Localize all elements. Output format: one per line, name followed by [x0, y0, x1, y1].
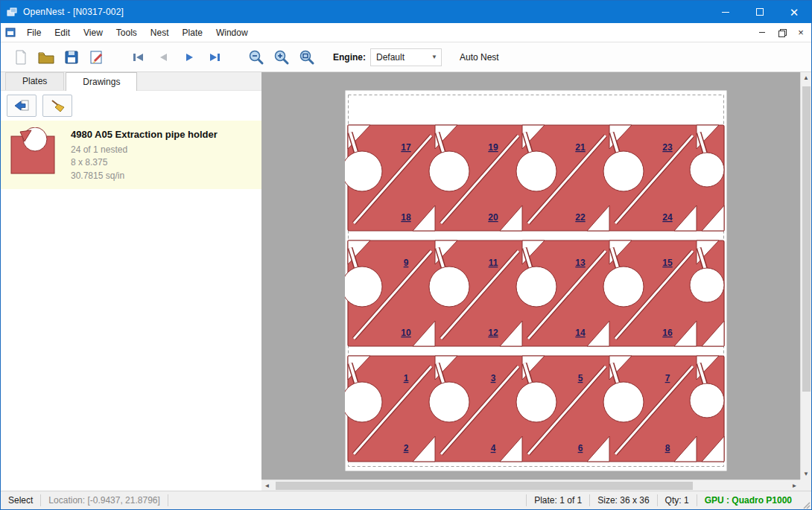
zoom-out-button[interactable]: [244, 45, 269, 69]
part-number-label[interactable]: 8: [665, 443, 670, 453]
nest-row: 1718192021222324: [345, 125, 724, 231]
menu-bar: File Edit View Tools Nest Plate Window ×: [1, 23, 811, 42]
minimize-button[interactable]: [708, 1, 743, 23]
maximize-button[interactable]: [743, 1, 777, 23]
previous-plate-button[interactable]: [151, 45, 177, 69]
nest-canvas[interactable]: 171819202122232491011121314151612345678 …: [261, 72, 811, 491]
part-number-label[interactable]: 17: [401, 142, 411, 153]
save-button[interactable]: [59, 45, 84, 69]
blue-arrow-left-icon: [13, 99, 30, 112]
part-number-label[interactable]: 1: [404, 373, 409, 383]
tab-drawings[interactable]: Drawings: [66, 72, 137, 91]
part-number-label[interactable]: 9: [404, 258, 409, 268]
menu-view[interactable]: View: [77, 23, 110, 42]
pipe-hole: [516, 151, 556, 191]
status-gpu: GPU : Quadro P1000: [697, 491, 799, 509]
maximize-icon: [756, 8, 764, 16]
vertical-scroll-thumb[interactable]: [802, 86, 811, 392]
zoom-in-button[interactable]: [269, 45, 294, 69]
scroll-left-icon[interactable]: ◄: [261, 480, 273, 491]
close-icon: ✕: [790, 7, 799, 18]
part-number-label[interactable]: 22: [575, 212, 586, 223]
last-plate-button[interactable]: [202, 45, 227, 69]
replace-drawing-button[interactable]: [7, 95, 37, 117]
drawing-list-item[interactable]: 4980 A05 Extraction pipe holder 24 of 1 …: [1, 121, 261, 189]
menu-nest[interactable]: Nest: [144, 23, 176, 42]
vertical-scrollbar[interactable]: ▲ ▼: [800, 72, 811, 479]
menu-file[interactable]: File: [20, 23, 48, 42]
plate-canvas[interactable]: 171819202122232491011121314151612345678: [345, 90, 727, 471]
menu-plate[interactable]: Plate: [176, 23, 209, 42]
chevron-down-icon: ▼: [431, 54, 441, 60]
part-number-label[interactable]: 4: [491, 443, 496, 453]
pipe-hole: [429, 267, 469, 307]
part-number-label[interactable]: 24: [662, 212, 673, 223]
pipe-hole: [603, 151, 644, 191]
menu-tools[interactable]: Tools: [110, 23, 144, 42]
minimize-icon: [722, 12, 729, 13]
part-number-label[interactable]: 10: [401, 328, 411, 338]
nest-row: 910111213141516: [345, 240, 724, 346]
status-plate: Plate: 1 of 1: [527, 491, 589, 509]
open-button[interactable]: [34, 45, 59, 69]
part-number-label[interactable]: 20: [488, 212, 498, 223]
horizontal-scrollbar[interactable]: ◄ ►: [261, 479, 800, 491]
part-number-label[interactable]: 19: [488, 142, 498, 153]
part-number-label[interactable]: 21: [575, 142, 586, 153]
mdi-restore-button[interactable]: [773, 25, 790, 40]
part-number-label[interactable]: 6: [578, 443, 583, 453]
scroll-down-icon[interactable]: ▼: [801, 468, 812, 479]
zoom-fit-icon: [299, 49, 315, 66]
clean-drawings-button[interactable]: [42, 95, 72, 117]
main-area: Plates Drawings 4980 A05 Extraction: [1, 72, 811, 491]
broom-icon: [49, 98, 66, 113]
part-number-label[interactable]: 16: [662, 328, 673, 338]
pipe-hole: [690, 153, 724, 187]
scroll-up-icon[interactable]: ▲: [801, 72, 812, 83]
nav-next-icon: [182, 52, 197, 63]
auto-nest-button[interactable]: Auto Nest: [454, 48, 505, 66]
mdi-close-icon: ×: [798, 28, 804, 37]
pipe-hole: [345, 267, 382, 307]
scroll-right-icon[interactable]: ►: [789, 480, 800, 491]
mdi-minimize-button[interactable]: [753, 25, 771, 40]
part-number-label[interactable]: 23: [662, 142, 673, 153]
zoom-fit-button[interactable]: [294, 45, 320, 69]
part-number-label[interactable]: 12: [488, 328, 498, 338]
menu-edit[interactable]: Edit: [48, 23, 77, 42]
nest-row: 12345678: [345, 356, 724, 462]
tab-plates[interactable]: Plates: [5, 72, 64, 90]
drawing-nested-count: 24 of 1 nested: [71, 144, 218, 156]
menu-window[interactable]: Window: [209, 23, 255, 42]
save-edit-button[interactable]: [84, 45, 110, 69]
part-number-label[interactable]: 5: [578, 373, 583, 383]
part-number-label[interactable]: 14: [575, 328, 586, 338]
sidebar-tab-strip: Plates Drawings: [1, 72, 261, 91]
pipe-hole: [690, 268, 724, 302]
part-number-label[interactable]: 13: [575, 258, 586, 268]
status-bar: Select Location: [-0.9437, 21.8796] Plat…: [1, 491, 811, 509]
part-number-label[interactable]: 15: [662, 258, 673, 268]
status-location: Location: [-0.9437, 21.8796]: [41, 491, 167, 509]
new-button[interactable]: [8, 45, 34, 69]
save-floppy-icon: [63, 49, 80, 66]
page-pencil-icon: [89, 49, 105, 66]
drawing-area: 30.7815 sq/in: [71, 170, 218, 182]
next-plate-button[interactable]: [177, 45, 202, 69]
engine-dropdown[interactable]: Default ▼: [370, 48, 442, 66]
sidebar: Plates Drawings 4980 A05 Extraction: [1, 72, 261, 491]
resize-grip[interactable]: [799, 491, 811, 510]
part-number-label[interactable]: 11: [489, 258, 498, 268]
pipe-hole: [516, 382, 556, 422]
part-number-label[interactable]: 7: [665, 373, 670, 383]
mdi-close-button[interactable]: ×: [792, 25, 810, 40]
part-number-label[interactable]: 2: [404, 443, 409, 453]
pipe-hole: [345, 151, 382, 191]
horizontal-scroll-thumb[interactable]: [276, 482, 693, 490]
nav-first-icon: [131, 52, 146, 63]
part-number-label[interactable]: 3: [491, 373, 496, 383]
first-plate-button[interactable]: [126, 45, 151, 69]
close-button[interactable]: ✕: [777, 1, 811, 23]
status-size: Size: 36 x 36: [590, 491, 656, 509]
part-number-label[interactable]: 18: [401, 212, 411, 223]
